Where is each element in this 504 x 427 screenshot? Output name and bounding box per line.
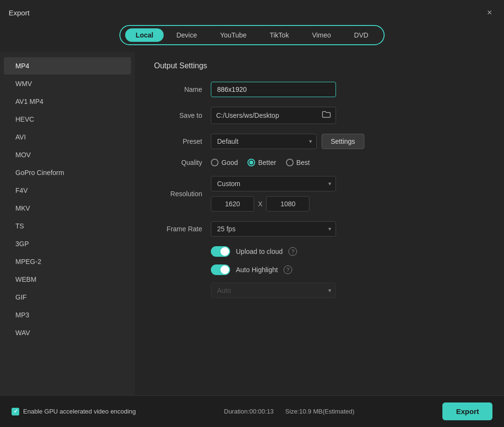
resolution-select-wrap: Custom ▾ (211, 176, 336, 191)
close-button[interactable]: × (484, 7, 495, 18)
size-info: Size:10.9 MB(Estimated) (285, 408, 355, 415)
auto-help-question-mark: ? (286, 267, 289, 273)
auto-highlight-label: Auto Highlight (236, 266, 278, 274)
tab-tiktok[interactable]: TikTok (259, 28, 299, 42)
sidebar-item-mpeg2[interactable]: MPEG-2 (4, 253, 131, 270)
name-field-wrap (211, 82, 336, 97)
quality-best-label: Best (297, 159, 310, 166)
tab-local[interactable]: Local (125, 28, 164, 42)
sidebar: MP4 WMV AV1 MP4 HEVC AVI MOV GoPro Cinef… (0, 52, 135, 395)
resolution-width-input[interactable] (211, 196, 254, 212)
sidebar-item-wav[interactable]: WAV (4, 324, 131, 341)
sidebar-item-wmv[interactable]: WMV (4, 75, 131, 92)
settings-button[interactable]: Settings (322, 134, 364, 149)
duration-info: Duration:00:00:13 (224, 408, 273, 415)
name-label: Name (154, 86, 202, 93)
preset-select-wrap: Default ▾ (211, 134, 317, 149)
auto-highlight-help-icon[interactable]: ? (284, 265, 292, 274)
auto-select: Auto (211, 283, 336, 298)
export-button[interactable]: Export (442, 402, 492, 420)
preset-row: Preset Default ▾ Settings (154, 134, 485, 149)
name-row: Name (154, 82, 485, 97)
save-to-path: C:/Users/ws/Desktop (216, 112, 318, 119)
radio-good-circle (211, 159, 219, 166)
sidebar-item-avi[interactable]: AVI (4, 128, 131, 146)
main-content: MP4 WMV AV1 MP4 HEVC AVI MOV GoPro Cinef… (0, 52, 504, 395)
sidebar-item-mov[interactable]: MOV (4, 146, 131, 163)
sidebar-item-3gp[interactable]: 3GP (4, 235, 131, 252)
content-area: Output Settings Name Save to C:/Users/ws… (135, 52, 504, 395)
sidebar-item-mkv[interactable]: MKV (4, 200, 131, 217)
auto-select-wrap: Auto ▾ (211, 283, 336, 298)
size-value: 10.9 MB(Estimated) (299, 408, 355, 415)
tabs-row: Local Device YouTube TikTok Vimeo DVD (0, 23, 504, 52)
sidebar-item-mp3[interactable]: MP3 (4, 306, 131, 324)
resolution-dimensions: X (211, 196, 336, 212)
gpu-label: Enable GPU accelerated video encoding (23, 408, 136, 415)
tabs-container: Local Device YouTube TikTok Vimeo DVD (119, 25, 385, 45)
sidebar-item-gopro[interactable]: GoPro Cineform (4, 164, 131, 181)
upload-cloud-help-icon[interactable]: ? (288, 247, 297, 256)
frame-rate-select-wrap: 25 fps ▾ (211, 221, 336, 237)
gpu-checkbox[interactable] (12, 408, 19, 415)
quality-best[interactable]: Best (286, 159, 310, 166)
upload-cloud-row: Upload to cloud ? (211, 246, 485, 257)
quality-good-label: Good (221, 159, 238, 166)
sidebar-item-gif[interactable]: GIF (4, 289, 131, 306)
output-settings-title: Output Settings (154, 62, 485, 70)
resolution-x-label: X (258, 200, 262, 208)
tab-dvd[interactable]: DVD (344, 28, 379, 42)
footer: Enable GPU accelerated video encoding Du… (0, 395, 504, 427)
preset-label: Preset (154, 138, 202, 145)
name-input[interactable] (211, 82, 336, 97)
duration-value: 00:00:13 (249, 408, 274, 415)
upload-cloud-label: Upload to cloud (236, 248, 283, 255)
quality-row: Quality Good Better Best (154, 159, 485, 166)
auto-highlight-toggle[interactable] (211, 264, 230, 275)
footer-info: Duration:00:00:13 Size:10.9 MB(Estimated… (224, 408, 354, 415)
save-to-row: Save to C:/Users/ws/Desktop (154, 107, 485, 124)
duration-label: Duration: (224, 408, 249, 415)
quality-label: Quality (154, 159, 202, 166)
dialog-title: Export (9, 9, 29, 17)
resolution-height-input[interactable] (266, 196, 310, 212)
preset-select[interactable]: Default (211, 134, 317, 149)
export-dialog: Export × Local Device YouTube TikTok Vim… (0, 0, 504, 427)
sidebar-item-webm[interactable]: WEBM (4, 271, 131, 288)
quality-options: Good Better Best (211, 159, 310, 166)
save-to-path-wrap[interactable]: C:/Users/ws/Desktop (211, 107, 336, 124)
title-bar: Export × (0, 0, 504, 23)
resolution-label: Resolution (154, 190, 202, 198)
auto-highlight-row: Auto Highlight ? (211, 264, 485, 275)
frame-rate-select[interactable]: 25 fps (211, 221, 336, 237)
tab-youtube[interactable]: YouTube (209, 28, 257, 42)
preset-controls: Default ▾ Settings (211, 134, 364, 149)
save-to-label: Save to (154, 112, 202, 119)
sidebar-item-av1mp4[interactable]: AV1 MP4 (4, 93, 131, 110)
tab-vimeo[interactable]: Vimeo (301, 28, 341, 42)
tab-device[interactable]: Device (166, 28, 207, 42)
radio-better-circle (247, 159, 255, 166)
quality-better-label: Better (258, 159, 276, 166)
gpu-check-row: Enable GPU accelerated video encoding (12, 408, 136, 415)
quality-better[interactable]: Better (247, 159, 276, 166)
sidebar-item-ts[interactable]: TS (4, 217, 131, 235)
resolution-controls: Custom ▾ X (211, 176, 336, 212)
resolution-row: Resolution Custom ▾ X (154, 176, 485, 212)
help-question-mark: ? (291, 249, 294, 254)
size-label: Size: (285, 408, 299, 415)
frame-rate-label: Frame Rate (154, 225, 202, 233)
sidebar-item-f4v[interactable]: F4V (4, 182, 131, 199)
sidebar-item-mp4[interactable]: MP4 (4, 57, 131, 75)
upload-cloud-toggle[interactable] (211, 246, 230, 257)
quality-good[interactable]: Good (211, 159, 238, 166)
toggles-area: Upload to cloud ? Auto Highlight ? Auto (154, 246, 485, 298)
resolution-select[interactable]: Custom (211, 176, 336, 191)
sidebar-item-hevc[interactable]: HEVC (4, 111, 131, 128)
folder-icon[interactable] (322, 111, 331, 120)
radio-best-circle (286, 159, 294, 166)
frame-rate-row: Frame Rate 25 fps ▾ (154, 221, 485, 237)
